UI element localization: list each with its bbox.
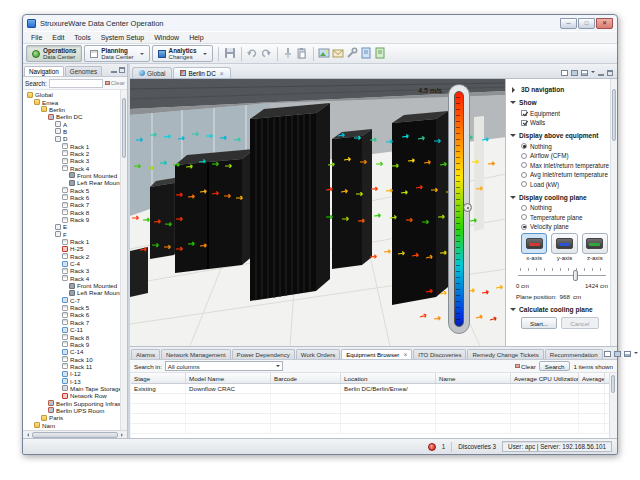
minimize-view-icon[interactable]	[598, 71, 604, 76]
tab-berlin-dc[interactable]: Berlin DC×	[173, 67, 230, 78]
tab-navigation[interactable]: Navigation	[24, 66, 64, 76]
tree-item-a[interactable]: A	[25, 120, 127, 127]
tab-work-orders[interactable]: Work Orders	[296, 349, 340, 359]
table-row[interactable]: ExistingDownflow CRACBerlin DC/Berlin/Em…	[131, 384, 616, 394]
display-above-option-avg-inlet-return-temperature[interactable]: Avg inlet/return temperature	[521, 171, 608, 178]
minimize-panel-icon[interactable]	[111, 68, 117, 73]
x-axis-button[interactable]	[521, 233, 547, 254]
tree-item-c-14[interactable]: C-14	[25, 348, 127, 355]
view-layout-icon[interactable]	[561, 70, 568, 76]
tree-item-rack-1[interactable]: Rack 1	[25, 238, 127, 245]
show-option-equipment[interactable]: Equipment	[521, 110, 608, 117]
tree-item-c-7[interactable]: C-7	[25, 297, 127, 304]
maximize-view-icon[interactable]	[607, 70, 613, 76]
menu-tools[interactable]: Tools	[69, 33, 95, 42]
tab-network-management[interactable]: Network Management	[161, 349, 231, 359]
tree-item-rack-8[interactable]: Rack 8	[25, 209, 127, 216]
section-3d-navigation[interactable]: 3D navigation	[510, 86, 608, 93]
wrench-icon[interactable]	[346, 47, 359, 60]
radio-velocity-plane[interactable]	[521, 224, 527, 230]
tree-item-rack-7[interactable]: Rack 7	[25, 201, 127, 208]
clear-filter-button[interactable]: Clear	[515, 363, 536, 370]
display-above-option-nothing[interactable]: Nothing	[521, 143, 608, 150]
section-display-cooling-plane[interactable]: Display cooling plane	[510, 193, 608, 202]
tree-item-network-row[interactable]: Network Row	[25, 392, 127, 399]
tree-item-rack-9[interactable]: Rack 9	[25, 216, 127, 223]
tree-item-rack-6[interactable]: Rack 6	[25, 194, 127, 201]
tree-item-berlin-ups-room[interactable]: Berlin UPS Room	[25, 407, 127, 414]
checkbox-equipment[interactable]	[521, 110, 527, 116]
close-window-button[interactable]: ✕	[596, 18, 613, 29]
pin-icon[interactable]	[282, 47, 295, 60]
scale-settings-icon[interactable]	[463, 203, 472, 212]
tree-vertical-scrollbar[interactable]	[120, 90, 127, 430]
tree-item-b[interactable]: B	[25, 128, 127, 135]
menu-window[interactable]: Window	[149, 33, 184, 42]
column-header-barcode[interactable]: Barcode	[271, 373, 341, 383]
tree-item-front-mounted[interactable]: Front Mounted	[25, 282, 127, 289]
display-above-option-max-inlet-return-temperature[interactable]: Max inlet/return temperature	[521, 162, 608, 169]
tab-equipment-browser[interactable]: Equipment Browser×	[341, 349, 412, 359]
tree-item-nam[interactable]: Nam	[25, 421, 127, 428]
tab-power-dependency[interactable]: Power Dependency	[232, 349, 295, 359]
show-option-walls[interactable]: Walls	[521, 119, 608, 126]
tree-item-rack-10[interactable]: Rack 10	[25, 355, 127, 362]
tab-ito-discoveries[interactable]: ITO Discoveries	[413, 349, 466, 359]
column-header-stage[interactable]: Stage	[131, 373, 186, 383]
tab-global[interactable]: Global	[132, 67, 172, 78]
radio-avg-inlet-return-temperature[interactable]	[521, 172, 527, 178]
radio-nothing[interactable]	[521, 205, 527, 211]
tree-item-rack-3[interactable]: Rack 3	[25, 267, 127, 274]
3d-viewport[interactable]: 4.5 m/s	[130, 79, 506, 346]
close-tab-icon[interactable]: ×	[220, 71, 224, 76]
cooling-plane-option-velocity-plane[interactable]: Velocity plane	[521, 223, 608, 230]
tree-item-f[interactable]: F	[25, 231, 127, 238]
undo-icon[interactable]	[246, 47, 259, 60]
mode-button-planning[interactable]: PlanningData Center	[84, 45, 149, 62]
tree-item-emea[interactable]: Emea	[25, 98, 127, 105]
tree-item-left-rear-moun[interactable]: Left Rear Moun	[25, 179, 127, 186]
tree-item-c-11[interactable]: C-11	[25, 326, 127, 333]
cooling-plane-option-nothing[interactable]: Nothing	[521, 204, 608, 211]
tree-item-rack-1[interactable]: Rack 1	[25, 142, 127, 149]
column-header-average-pow[interactable]: Average Pow	[579, 373, 605, 383]
search-button[interactable]: Search	[539, 361, 571, 371]
tree-item-main-tape-storage[interactable]: Main Tape Storage	[25, 385, 127, 392]
start-button[interactable]: Start...	[521, 317, 557, 329]
menu-help[interactable]: Help	[184, 33, 208, 42]
maximize-panel-icon[interactable]	[119, 67, 125, 73]
column-header-location[interactable]: Location	[341, 373, 436, 383]
plane-position-slider[interactable]	[518, 268, 606, 280]
tree-item-rack-5[interactable]: Rack 5	[25, 304, 127, 311]
error-icon[interactable]: !	[428, 443, 436, 451]
tab-remedy-change-tickets[interactable]: Remedy Change Tickets	[467, 349, 543, 359]
tree-item-left-rear-moun[interactable]: Left Rear Moun	[25, 289, 127, 296]
mode-button-analytics[interactable]: AnalyticsChanges	[152, 45, 213, 62]
radio-load-kw[interactable]	[521, 181, 527, 187]
radio-nothing[interactable]	[521, 143, 527, 149]
cooling-plane-option-temperature-plane[interactable]: Temperature plane	[521, 214, 608, 221]
maximize-window-button[interactable]: □	[578, 18, 595, 29]
tree-item-h-25[interactable]: H-25	[25, 245, 127, 252]
image-icon[interactable]	[318, 47, 331, 60]
paste-icon[interactable]	[296, 47, 309, 60]
column-header-average-cpu-utilization[interactable]: Average CPU Utilization ...	[511, 373, 579, 383]
panel-menu-icon[interactable]	[634, 352, 638, 356]
redo-icon[interactable]	[260, 47, 273, 60]
tree-item-i-13[interactable]: I-13	[25, 377, 127, 384]
mode-button-operations[interactable]: OperationsData Center	[26, 45, 82, 62]
column-header-name[interactable]: Name	[436, 373, 511, 383]
tab-recommendation[interactable]: Recommendation	[545, 349, 603, 359]
tree-item-rack-3[interactable]: Rack 3	[25, 157, 127, 164]
doc-green-icon[interactable]	[374, 47, 387, 60]
table-vertical-scrollbar[interactable]	[609, 373, 616, 438]
panel-fill-icon[interactable]	[614, 351, 621, 357]
section-calculate-cooling-plane[interactable]: Calculate cooling plane	[510, 305, 608, 314]
close-tab-icon[interactable]: ×	[403, 352, 407, 357]
section-display-above-equipment[interactable]: Display above equipment	[510, 131, 608, 140]
tree-item-global[interactable]: Global	[25, 91, 127, 98]
tree-item-rack-2[interactable]: Rack 2	[25, 150, 127, 157]
view-menu-icon[interactable]	[591, 71, 595, 75]
tree-item-e[interactable]: E	[25, 223, 127, 230]
tree-item-rack-11[interactable]: Rack 11	[25, 363, 127, 370]
